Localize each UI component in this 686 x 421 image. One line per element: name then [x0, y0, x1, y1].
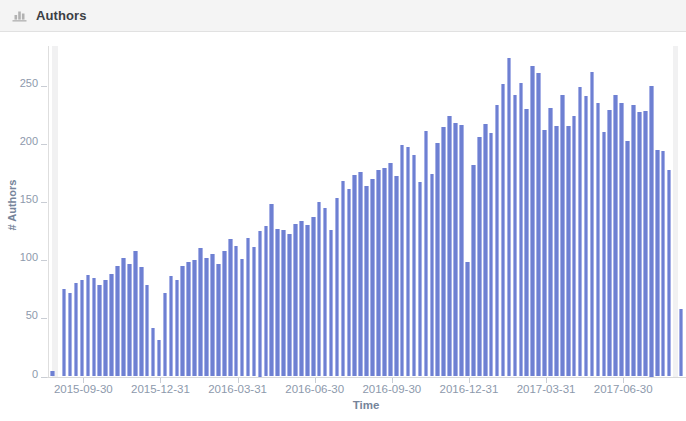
bar[interactable] [631, 105, 636, 376]
bar[interactable] [115, 266, 120, 377]
bar[interactable] [424, 131, 429, 377]
bar[interactable] [121, 258, 126, 377]
bar[interactable] [441, 127, 446, 376]
bar[interactable] [139, 267, 144, 376]
bar[interactable] [240, 259, 245, 377]
bar[interactable] [661, 151, 666, 377]
bar[interactable] [643, 111, 648, 376]
bar[interactable] [169, 276, 174, 376]
bar[interactable] [625, 141, 630, 376]
bar[interactable] [92, 278, 97, 377]
bar[interactable] [97, 285, 102, 377]
bar[interactable] [157, 340, 162, 376]
bar[interactable] [246, 238, 251, 377]
bar[interactable] [305, 225, 310, 376]
bar[interactable] [394, 176, 399, 376]
bar[interactable] [133, 251, 138, 377]
bar[interactable] [465, 262, 470, 376]
bar[interactable] [519, 83, 524, 376]
bar[interactable] [507, 58, 512, 377]
bar[interactable] [584, 96, 589, 377]
bar[interactable] [495, 105, 500, 376]
bar[interactable] [62, 289, 67, 376]
bar[interactable] [430, 174, 435, 377]
bar[interactable] [524, 109, 529, 377]
bar[interactable] [127, 264, 132, 377]
bar[interactable] [649, 86, 654, 377]
bar[interactable] [358, 172, 363, 377]
bar[interactable] [192, 260, 197, 376]
bar[interactable] [293, 224, 298, 376]
bar[interactable] [459, 125, 464, 376]
bar[interactable] [145, 285, 150, 377]
bar[interactable] [447, 116, 452, 377]
bar[interactable] [566, 126, 571, 376]
bar[interactable] [619, 103, 624, 377]
bar[interactable] [258, 231, 263, 377]
bar[interactable] [679, 309, 684, 377]
bar[interactable] [186, 262, 191, 376]
bar[interactable] [607, 110, 612, 377]
bar[interactable] [637, 112, 642, 376]
bar[interactable] [74, 283, 79, 376]
bar[interactable] [210, 254, 215, 376]
bar[interactable] [418, 182, 423, 376]
bar[interactable] [370, 179, 375, 377]
bar[interactable] [364, 186, 369, 377]
bar[interactable] [548, 108, 553, 377]
bar[interactable] [151, 328, 156, 377]
bar[interactable] [281, 230, 286, 377]
bar[interactable] [572, 116, 577, 377]
bar[interactable] [501, 84, 506, 376]
bar[interactable] [530, 66, 535, 377]
bar[interactable] [483, 124, 488, 377]
bar[interactable] [269, 204, 274, 376]
bar[interactable] [86, 275, 91, 376]
bar[interactable] [477, 137, 482, 377]
bar[interactable] [667, 170, 672, 376]
bar[interactable] [352, 175, 357, 376]
bar[interactable] [204, 258, 209, 377]
bar[interactable] [388, 163, 393, 376]
bar[interactable] [252, 247, 257, 376]
bar[interactable] [341, 181, 346, 377]
bar[interactable] [412, 155, 417, 376]
bar[interactable] [299, 221, 304, 377]
bar[interactable] [264, 226, 269, 376]
bar[interactable] [590, 72, 595, 377]
bar[interactable] [453, 123, 458, 377]
bar[interactable] [80, 280, 85, 377]
bar[interactable] [406, 147, 411, 376]
bar[interactable] [180, 266, 185, 377]
bar[interactable] [198, 248, 203, 376]
bar[interactable] [228, 239, 233, 376]
bar[interactable] [103, 280, 108, 377]
bar[interactable] [602, 132, 607, 376]
bar[interactable] [435, 143, 440, 377]
bar[interactable] [471, 165, 476, 377]
bar[interactable] [335, 198, 340, 376]
bar[interactable] [317, 202, 322, 377]
bar[interactable] [560, 95, 565, 377]
bar[interactable] [329, 230, 334, 377]
bar[interactable] [596, 103, 601, 377]
bar[interactable] [275, 229, 280, 377]
bar[interactable] [311, 217, 316, 376]
bar[interactable] [513, 95, 518, 377]
bar[interactable] [613, 95, 618, 377]
bar[interactable] [382, 168, 387, 376]
bar[interactable] [109, 274, 114, 376]
bar[interactable] [234, 246, 239, 376]
bar[interactable] [68, 293, 73, 377]
bar[interactable] [536, 73, 541, 377]
bar[interactable] [323, 208, 328, 377]
bar[interactable] [347, 189, 352, 376]
bar[interactable] [175, 280, 180, 377]
bar[interactable] [287, 234, 292, 376]
bar[interactable] [400, 145, 405, 377]
bar[interactable] [222, 251, 227, 377]
bar[interactable] [655, 150, 660, 377]
bar[interactable] [163, 293, 168, 377]
bar[interactable] [489, 133, 494, 376]
bar[interactable] [376, 170, 381, 376]
